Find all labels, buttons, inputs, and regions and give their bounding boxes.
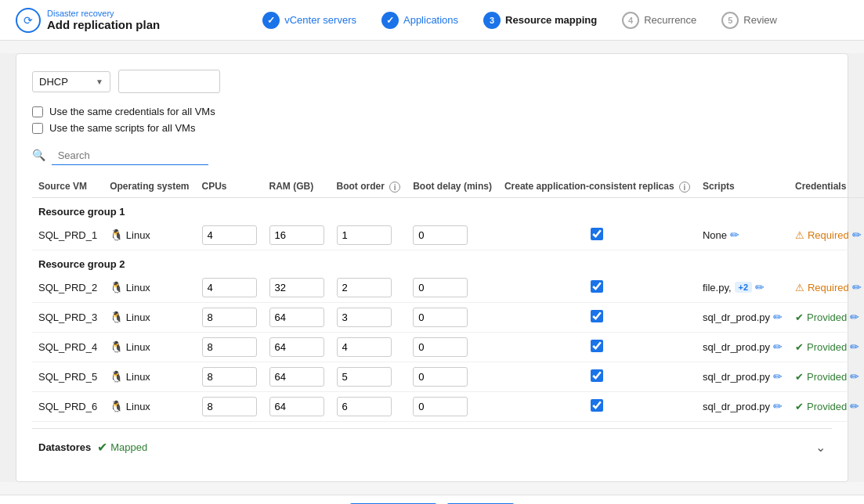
ram-input[interactable] [269,278,324,297]
cpus-input[interactable] [202,367,257,387]
step-review[interactable]: 5 Review [709,12,790,29]
scripts-edit-icon[interactable]: ✏ [755,281,765,293]
app-consistent-checkbox[interactable] [591,280,603,293]
datastores-row: Datastores ✔ Mapped ⌄ [32,428,832,466]
datastores-expand-icon[interactable]: ⌄ [815,440,826,455]
step-resource-mapping[interactable]: 3 Resource mapping [471,12,609,29]
vm-boot-order-cell [331,362,407,391]
ram-input[interactable] [269,397,324,416]
ram-input[interactable] [269,308,324,327]
boot-delay-input[interactable] [413,308,468,327]
boot-delay-input[interactable] [413,225,468,245]
same-credentials-label: Use the same credentials for all VMs [49,106,215,117]
same-credentials-row: Use the same credentials for all VMs [32,106,832,117]
boot-order-input[interactable] [337,397,392,416]
check-icon: ✔ [795,311,804,323]
app-consistent-checkbox[interactable] [591,340,603,352]
group-name: Resource group 2 [32,250,864,273]
datastores-status: Mapped [110,441,147,453]
boot-order-input[interactable] [337,367,392,387]
credentials-status-label: Required [808,229,849,241]
credentials-status-label: Provided [807,341,847,353]
app-consistent-checkbox[interactable] [591,310,603,322]
linux-penguin-icon: 🐧 [110,340,123,353]
vm-credentials-cell: ✔Provided✏ [789,302,864,332]
os-label: Linux [126,401,150,412]
boot-delay-input[interactable] [413,278,468,297]
step-resource-mapping-circle: 3 [483,12,501,29]
boot-delay-input[interactable] [413,367,468,387]
vm-ram-cell [263,273,331,303]
scripts-edit-icon[interactable]: ✏ [773,311,783,323]
vm-boot-order-cell [331,332,407,362]
scripts-extra-badge: +2 [735,282,753,293]
vm-name-cell: SQL_PRD_6 [32,391,103,421]
same-scripts-checkbox[interactable] [32,123,43,134]
cpus-input[interactable] [202,337,257,357]
boot-order-input[interactable] [337,308,392,327]
credentials-edit-icon[interactable]: ✏ [850,340,859,353]
step-review-circle: 5 [721,12,739,29]
boot-order-info-icon: i [389,182,400,193]
footer: Previous Next [0,495,864,504]
app-logo-icon: ⟳ [16,8,41,33]
warning-icon: ⚠ [795,229,804,241]
credentials-edit-icon[interactable]: ✏ [852,229,862,241]
vm-scripts-cell: sql_dr_prod.py✏ [696,391,789,421]
scripts-edit-icon[interactable]: ✏ [773,370,783,383]
vm-name-cell: SQL_PRD_2 [32,273,103,303]
vm-ram-cell [263,332,331,362]
step-recurrence-label: Recurrence [644,14,696,26]
scripts-edit-icon[interactable]: ✏ [773,400,783,412]
app-consistent-checkbox[interactable] [591,369,603,382]
app-consistent-checkbox[interactable] [591,399,603,412]
vm-table: Source VM Operating system CPUs RAM (GB)… [32,176,864,422]
vm-os-cell: 🐧 Linux [103,362,195,391]
search-input[interactable] [52,146,208,165]
header-title-group: Disaster recovery Add replication plan [47,9,160,31]
vm-cpus-cell [196,273,263,303]
step-applications-circle: ✓ [381,12,399,29]
dhcp-select[interactable]: DHCP ▼ [32,71,110,92]
ram-input[interactable] [269,367,324,387]
credentials-edit-icon[interactable]: ✏ [852,281,862,293]
table-row: SQL_PRD_1🐧 LinuxNone✏⚠Required✏ [32,221,864,250]
header-title: Add replication plan [47,18,160,31]
script-name: sql_dr_prod.py [703,401,770,412]
vm-os-cell: 🐧 Linux [103,332,195,362]
vm-scripts-cell: sql_dr_prod.py✏ [696,332,789,362]
credentials-edit-icon[interactable]: ✏ [850,400,859,412]
step-vcenter[interactable]: ✓ vCenter servers [250,12,369,29]
step-applications[interactable]: ✓ Applications [369,12,471,29]
credentials-edit-icon[interactable]: ✏ [850,311,859,323]
step-recurrence[interactable]: 4 Recurrence [609,12,709,29]
boot-order-input[interactable] [337,337,392,357]
credentials-edit-icon[interactable]: ✏ [850,370,859,383]
boot-order-input[interactable] [337,225,392,245]
check-icon: ✔ [795,401,804,412]
step-resource-mapping-label: Resource mapping [505,14,597,26]
same-credentials-checkbox[interactable] [32,106,43,117]
ip-input[interactable] [118,70,220,93]
group-name: Resource group 1 [32,197,864,221]
table-row: SQL_PRD_5🐧 Linuxsql_dr_prod.py✏✔Provided… [32,362,864,391]
cpus-input[interactable] [202,397,257,416]
same-scripts-row: Use the same scripts for all VMs [32,122,832,134]
vm-scripts-cell: sql_dr_prod.py✏ [696,302,789,332]
cpus-input[interactable] [202,225,257,245]
scripts-edit-icon[interactable]: ✏ [773,340,783,353]
dhcp-select-chevron-icon: ▼ [96,77,103,86]
boot-order-input[interactable] [337,278,392,297]
boot-delay-input[interactable] [413,397,468,416]
wizard-steps: ✓ vCenter servers ✓ Applications 3 Resou… [191,12,848,29]
vm-boot-delay-cell [407,273,498,303]
vm-name-cell: SQL_PRD_1 [32,221,103,250]
boot-delay-input[interactable] [413,337,468,357]
app-consistent-checkbox[interactable] [591,228,603,240]
ram-input[interactable] [269,337,324,357]
cpus-input[interactable] [202,278,257,297]
col-source-vm: Source VM [32,176,103,197]
scripts-edit-icon[interactable]: ✏ [730,229,739,241]
cpus-input[interactable] [202,308,257,327]
ram-input[interactable] [269,225,324,245]
